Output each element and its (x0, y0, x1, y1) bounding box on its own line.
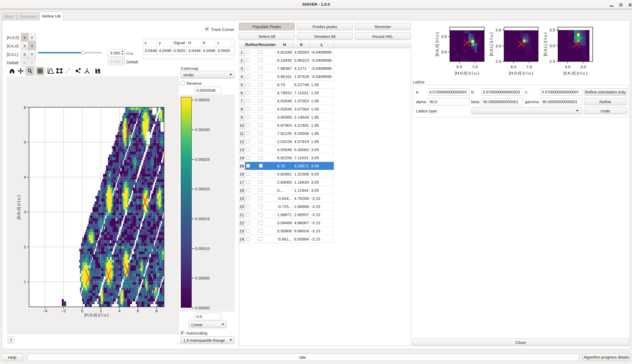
svg-text:3.5: 3.5 (549, 28, 555, 32)
svg-text:3.0: 3.0 (565, 64, 570, 69)
svg-text:[0,K,0] (r.l.u.): [0,K,0] (r.l.u.) (16, 195, 21, 219)
svg-text:[0,K,0] (r.l.u.): [0,K,0] (r.l.u.) (435, 32, 439, 56)
svg-text:3.5: 3.5 (441, 34, 447, 39)
svg-text:−4: −4 (43, 308, 47, 313)
svg-text:3.5: 3.5 (580, 64, 586, 69)
svg-text:2: 2 (100, 308, 102, 313)
svg-text:2: 2 (24, 245, 26, 249)
svg-text:2.5: 2.5 (495, 59, 501, 64)
svg-text:[H,0,0] (r.l.u.): [H,0,0] (r.l.u.) (455, 71, 479, 75)
svg-text:7.0: 7.0 (526, 64, 532, 69)
svg-text:6: 6 (137, 308, 139, 313)
svg-text:3.5: 3.5 (495, 28, 501, 32)
svg-text:8: 8 (155, 308, 158, 313)
svg-text:0: 0 (81, 308, 83, 313)
svg-text:[0,K,0] (r.l.u.): [0,K,0] (r.l.u.) (563, 71, 588, 75)
svg-text:1: 1 (24, 280, 26, 284)
svg-text:3.0: 3.0 (549, 43, 555, 48)
svg-text:6: 6 (24, 105, 26, 110)
svg-text:4: 4 (24, 175, 26, 179)
svg-text:5: 5 (24, 140, 26, 144)
svg-text:4: 4 (118, 308, 120, 313)
svg-text:[H,0,0] (r.l.u.): [H,0,0] (r.l.u.) (509, 71, 533, 75)
svg-text:2.5: 2.5 (549, 59, 555, 64)
svg-text:6.5: 6.5 (457, 64, 462, 69)
svg-text:[0,0,L] (r.l.u.): [0,0,L] (r.l.u.) (543, 32, 547, 56)
svg-text:3.0: 3.0 (495, 44, 501, 48)
svg-text:[H,0,0] (r.l.u.): [H,0,0] (r.l.u.) (84, 313, 109, 317)
svg-text:−2: −2 (61, 308, 66, 313)
svg-text:7.0: 7.0 (472, 64, 478, 69)
svg-text:[0,0,L] (r.l.u.): [0,0,L] (r.l.u.) (489, 32, 493, 56)
svg-text:6.5: 6.5 (511, 64, 516, 69)
svg-text:3: 3 (24, 210, 26, 214)
svg-text:3.0: 3.0 (441, 50, 447, 54)
